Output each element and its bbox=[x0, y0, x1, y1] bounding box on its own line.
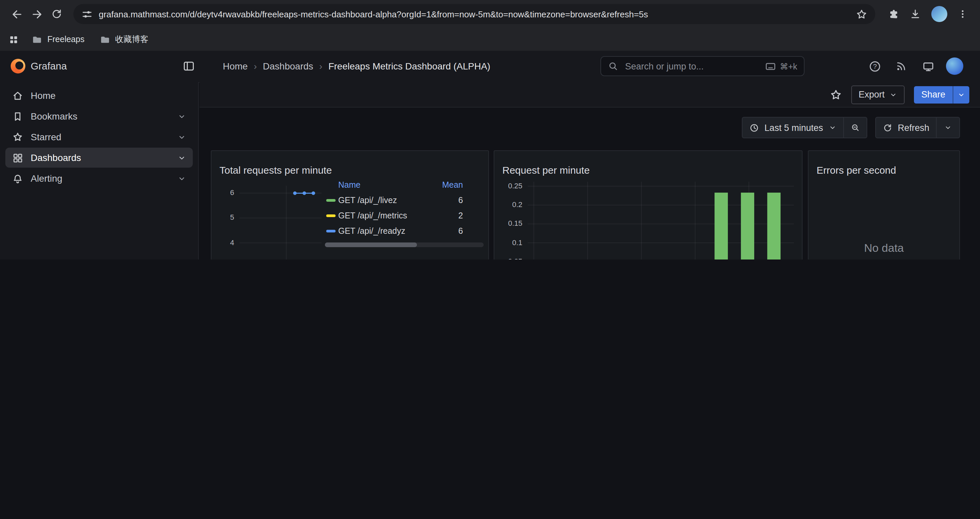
panel-request-per-minute[interactable]: Request per minute 00.050.10.150.20.2517… bbox=[494, 150, 803, 260]
keyboard-icon bbox=[765, 62, 776, 70]
help-button[interactable]: ? bbox=[869, 60, 881, 73]
bookmark-icon bbox=[12, 110, 23, 122]
series-value: 2 bbox=[424, 211, 463, 220]
export-button[interactable]: Export bbox=[851, 85, 905, 104]
clock-icon bbox=[749, 123, 759, 133]
forward-button[interactable] bbox=[27, 4, 47, 24]
refresh-icon bbox=[882, 123, 892, 133]
sidebar-item-label: Starred bbox=[31, 132, 61, 142]
sidebar-item-label: Home bbox=[31, 90, 56, 101]
refresh-interval-button[interactable] bbox=[937, 118, 959, 137]
download-icon[interactable] bbox=[909, 8, 921, 20]
breadcrumb-separator: › bbox=[254, 61, 257, 72]
monitor-icon bbox=[922, 60, 935, 73]
series-name[interactable]: GET /api/_/livez bbox=[338, 195, 424, 205]
chevron-down-icon bbox=[957, 91, 965, 99]
chevron-down-icon bbox=[828, 124, 836, 132]
search-input[interactable] bbox=[624, 61, 760, 72]
extensions-icon[interactable] bbox=[887, 8, 899, 20]
refresh-group: Refresh bbox=[875, 117, 960, 138]
browser-profile-avatar[interactable] bbox=[931, 6, 947, 22]
chevron-down-icon bbox=[177, 133, 186, 141]
bookmark-item-freeleaps[interactable]: Freeleaps bbox=[29, 32, 87, 47]
sidebar-item-dashboards[interactable]: Dashboards bbox=[5, 148, 193, 168]
search-icon bbox=[608, 61, 619, 72]
plot-area[interactable] bbox=[528, 182, 794, 260]
forward-arrow-icon bbox=[30, 8, 43, 21]
bookmark-label: Freeleaps bbox=[48, 35, 84, 44]
sidebar-item-home[interactable]: Home bbox=[5, 86, 193, 105]
chevron-down-icon bbox=[889, 91, 897, 99]
url-text[interactable]: grafana.mathmast.com/d/deytv4rwavabkb/fr… bbox=[99, 9, 856, 19]
share-menu-button[interactable] bbox=[953, 86, 969, 103]
chevron-down-icon bbox=[177, 174, 186, 183]
news-button[interactable] bbox=[895, 60, 907, 72]
breadcrumb-dashboards[interactable]: Dashboards bbox=[263, 61, 313, 72]
series-name[interactable]: GET /api/_/metrics bbox=[338, 211, 424, 220]
scrollbar-thumb[interactable] bbox=[325, 243, 417, 247]
breadcrumb-home[interactable]: Home bbox=[223, 61, 248, 72]
sidebar-toggle-button[interactable] bbox=[183, 60, 195, 72]
apps-grid-icon[interactable] bbox=[8, 34, 19, 45]
series-value: 6 bbox=[424, 226, 463, 235]
time-picker-group: Last 5 minutes bbox=[742, 117, 867, 138]
chevron-down-icon bbox=[944, 124, 952, 132]
series-color-dash bbox=[326, 230, 336, 232]
search-shortcut: ⌘+k bbox=[765, 61, 797, 71]
time-range-picker[interactable]: Last 5 minutes bbox=[743, 118, 843, 137]
share-button[interactable]: Share bbox=[914, 86, 953, 103]
breadcrumb: Home › Dashboards › Freeleaps Metrics Da… bbox=[223, 61, 490, 72]
y-axis-label: 0.15 bbox=[494, 219, 522, 227]
url-bar[interactable]: grafana.mathmast.com/d/deytv4rwavabkb/fr… bbox=[73, 4, 875, 24]
plot-area[interactable] bbox=[240, 186, 321, 260]
bookmark-star-icon[interactable] bbox=[856, 8, 867, 20]
sidebar-item-starred[interactable]: Starred bbox=[5, 127, 193, 147]
y-axis-label: 0.1 bbox=[494, 238, 522, 246]
bookmarks-bar: Freeleaps 收藏博客 bbox=[0, 28, 980, 51]
sidebar-item-bookmarks[interactable]: Bookmarks bbox=[5, 106, 193, 126]
series-value: 6 bbox=[424, 195, 463, 205]
dashboard-actionbar: Export Share bbox=[199, 82, 980, 107]
brand-title: Grafana bbox=[31, 60, 67, 72]
help-icon: ? bbox=[869, 60, 881, 73]
panel-errors-per-second[interactable]: Errors per second No data bbox=[808, 150, 960, 260]
bookmark-label: 收藏博客 bbox=[115, 34, 148, 45]
panel-title[interactable]: Errors per second bbox=[816, 164, 896, 176]
y-axis-label: 0.2 bbox=[494, 200, 522, 208]
legend-scrollbar[interactable] bbox=[325, 243, 484, 247]
series-name[interactable]: GET /api/_/readyz bbox=[338, 226, 424, 235]
sidebar-item-label: Bookmarks bbox=[31, 111, 77, 121]
bookmark-item-blog[interactable]: 收藏博客 bbox=[96, 32, 151, 47]
reload-button[interactable] bbox=[47, 4, 67, 24]
legend-column-name[interactable]: Name bbox=[338, 180, 424, 190]
grafana-user-avatar[interactable] bbox=[946, 57, 963, 75]
series-color-dash bbox=[326, 199, 336, 201]
legend-item[interactable]: GET /api/_/livez6 bbox=[326, 192, 463, 208]
legend-item[interactable]: GET /api/_/metrics2 bbox=[326, 208, 463, 223]
zoom-out-button[interactable] bbox=[843, 118, 866, 137]
dock-sidebar-icon bbox=[183, 60, 195, 72]
folder-icon bbox=[99, 34, 110, 45]
panel-total-requests-per-minute[interactable]: Total requests per minute 6543217:40 Nam… bbox=[211, 150, 489, 260]
y-axis-label: 6 bbox=[212, 188, 234, 196]
no-data-message: No data bbox=[808, 242, 959, 255]
star-icon bbox=[12, 131, 23, 143]
site-info-icon[interactable] bbox=[81, 8, 93, 20]
grafana-sidebar: Home Bookmarks Starred Dashboards Alerti… bbox=[0, 82, 199, 260]
favorite-star-icon[interactable] bbox=[830, 88, 842, 101]
sidebar-item-alerting[interactable]: Alerting bbox=[5, 168, 193, 188]
refresh-button[interactable]: Refresh bbox=[876, 118, 936, 137]
browser-menu-icon[interactable] bbox=[957, 9, 968, 19]
back-button[interactable] bbox=[7, 4, 27, 24]
back-arrow-icon bbox=[10, 8, 23, 21]
search-box[interactable]: ⌘+k bbox=[600, 56, 805, 76]
sidebar-item-label: Dashboards bbox=[31, 152, 81, 163]
display-button[interactable] bbox=[922, 60, 935, 73]
svg-text:?: ? bbox=[873, 63, 877, 70]
legend-item[interactable]: GET /api/_/readyz6 bbox=[326, 223, 463, 238]
dashboard-canvas: Last 5 minutes Refresh bbox=[199, 107, 980, 260]
legend-column-mean[interactable]: Mean bbox=[424, 180, 463, 190]
share-split-button: Share bbox=[914, 86, 969, 103]
chevron-down-icon bbox=[177, 112, 186, 121]
grafana-logo[interactable] bbox=[11, 59, 25, 73]
